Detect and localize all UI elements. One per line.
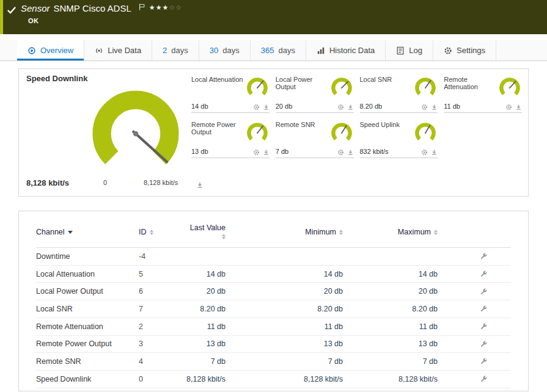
tab-log[interactable]: Log xyxy=(386,40,433,60)
tab-2-days[interactable]: 2 days xyxy=(152,40,199,60)
priority-stars[interactable]: ★★★☆☆ xyxy=(149,4,182,12)
download-icon[interactable] xyxy=(347,149,354,156)
channel-cell[interactable]: Speed Downlink xyxy=(36,370,139,388)
mini-gauge-grid: Local Attenuation 14 db Local Power Outp… xyxy=(191,75,522,158)
col-header-id[interactable]: ID xyxy=(139,220,185,248)
channel-cell[interactable]: Local Power Output xyxy=(36,283,139,300)
minimum-cell: 8.20 db xyxy=(226,300,343,318)
gear-icon[interactable] xyxy=(421,149,428,156)
tab-label: Log xyxy=(409,46,422,55)
download-icon[interactable] xyxy=(431,149,438,156)
tab-365-days[interactable]: 365 days xyxy=(251,40,306,60)
mini-gauge-remote-snr: Remote SNR 7 db xyxy=(276,120,354,158)
table-row: Remote SNR 4 7 db 7 db 7 db xyxy=(36,353,511,371)
channel-cell[interactable]: Remote SNR xyxy=(36,353,139,371)
id-cell: 7 xyxy=(139,300,185,318)
sort-icon xyxy=(434,230,438,235)
last-value-cell: 14 db xyxy=(185,265,226,283)
table-row: Speed Downlink 0 8,128 kbit/s 8,128 kbit… xyxy=(36,370,511,388)
live-data-icon xyxy=(95,46,103,55)
channel-settings-icon[interactable] xyxy=(479,340,488,349)
col-header-label: ID xyxy=(139,228,147,236)
main-gauge: Speed Downlink 8,128 kbit/s 0 8,128 kbit… xyxy=(26,74,205,192)
gear-icon[interactable] xyxy=(253,149,260,156)
channel-cell[interactable]: Downtime xyxy=(36,248,139,266)
historic-data-icon xyxy=(317,46,325,55)
channels-panel: Channel ID Last Value Minimum Maximum Do… xyxy=(18,211,529,391)
download-icon[interactable] xyxy=(263,149,270,156)
minimum-cell: 13 db xyxy=(226,335,343,353)
stars-empty: ☆☆ xyxy=(169,4,182,11)
gear-icon[interactable] xyxy=(421,104,428,111)
channel-settings-icon[interactable] xyxy=(479,305,488,313)
tab-number: 365 xyxy=(261,46,274,55)
tab-label: days xyxy=(171,46,188,55)
tab-number: 30 xyxy=(210,46,218,55)
channel-cell[interactable]: Speed Uplink xyxy=(36,388,139,392)
maximum-cell xyxy=(343,248,438,266)
minimum-cell: 832 kbit/s xyxy=(226,388,343,392)
mini-gauge-value: 832 kbit/s xyxy=(360,148,389,155)
tab-live-data[interactable]: Live Data xyxy=(84,40,152,60)
tab-historic-data[interactable]: Historic Data xyxy=(306,40,386,60)
mini-gauge-speed-uplink: Speed Uplink 832 kbit/s xyxy=(360,120,438,158)
gear-icon[interactable] xyxy=(505,104,512,111)
download-icon[interactable] xyxy=(263,104,270,111)
col-header-maximum[interactable]: Maximum xyxy=(343,220,438,248)
download-icon[interactable] xyxy=(196,181,204,189)
maximum-cell: 20 db xyxy=(343,283,438,300)
tab-number: 2 xyxy=(163,46,167,55)
mini-gauge-label: Local SNR xyxy=(360,75,416,83)
table-row: Downtime -4 xyxy=(36,248,511,266)
mini-gauge-value: 7 db xyxy=(276,148,288,155)
flag-icon[interactable] xyxy=(138,3,145,11)
mini-gauge-local-power-output: Local Power Output 20 db xyxy=(276,75,354,113)
download-icon[interactable] xyxy=(431,104,438,111)
maximum-cell: 7 db xyxy=(343,353,438,371)
gear-icon[interactable] xyxy=(337,104,344,111)
col-header-last-value[interactable]: Last Value xyxy=(185,220,226,248)
sensor-type-label: Sensor xyxy=(21,3,50,13)
col-header-minimum[interactable]: Minimum xyxy=(226,220,343,248)
tab-settings[interactable]: Settings xyxy=(433,40,496,60)
tab-label: Live Data xyxy=(108,46,141,55)
tab-overview[interactable]: Overview xyxy=(17,40,84,60)
mini-gauge-label: Remote SNR xyxy=(276,120,332,128)
main-gauge-scale-max: 8,128 kbit/s xyxy=(144,179,178,186)
mini-gauge-dial xyxy=(413,76,438,100)
col-header-label: Last Value xyxy=(190,223,226,232)
sensor-title-block: Sensor SNMP Cisco ADSL ★★★☆☆ OK xyxy=(21,3,182,24)
download-icon[interactable] xyxy=(515,104,522,111)
channel-cell[interactable]: Local SNR xyxy=(36,300,139,318)
mini-gauge-dial xyxy=(329,121,354,145)
id-cell: -4 xyxy=(139,248,185,266)
log-icon xyxy=(396,46,405,55)
channel-settings-icon[interactable] xyxy=(479,375,488,383)
channel-settings-icon[interactable] xyxy=(479,322,488,331)
tab-label: Settings xyxy=(457,46,485,55)
table-row: Local Attenuation 5 14 db 14 db 14 db xyxy=(36,265,511,283)
gear-icon[interactable] xyxy=(253,104,260,111)
table-row: Local SNR 7 8.20 db 8.20 db 8.20 db xyxy=(36,300,511,318)
channel-cell[interactable]: Local Attenuation xyxy=(36,265,139,283)
maximum-cell: 8,128 kbit/s xyxy=(343,370,438,388)
col-header-label: Channel xyxy=(36,228,65,236)
mini-gauge-label: Local Power Output xyxy=(276,75,332,90)
col-header-channel[interactable]: Channel xyxy=(36,220,139,248)
channel-settings-icon[interactable] xyxy=(479,288,488,296)
mini-gauge-value: 14 db xyxy=(191,103,208,110)
channel-settings-icon[interactable] xyxy=(479,252,488,261)
maximum-cell: 13 db xyxy=(343,335,438,353)
mini-gauge-dial xyxy=(413,121,438,145)
tab-30-days[interactable]: 30 days xyxy=(199,40,251,60)
gauges-panel: Speed Downlink 8,128 kbit/s 0 8,128 kbit… xyxy=(18,68,529,197)
channel-cell[interactable]: Remote Attenuation xyxy=(36,318,139,335)
main-gauge-scale-min: 0 xyxy=(103,179,107,186)
download-icon[interactable] xyxy=(347,104,354,111)
gear-icon[interactable] xyxy=(337,149,344,156)
channel-settings-icon[interactable] xyxy=(479,357,488,366)
channel-settings-icon[interactable] xyxy=(479,270,488,278)
channel-cell[interactable]: Remote Power Output xyxy=(36,335,139,353)
id-cell: 6 xyxy=(139,283,185,300)
table-row: Remote Attenuation 2 11 db 11 db 11 db xyxy=(36,318,511,335)
